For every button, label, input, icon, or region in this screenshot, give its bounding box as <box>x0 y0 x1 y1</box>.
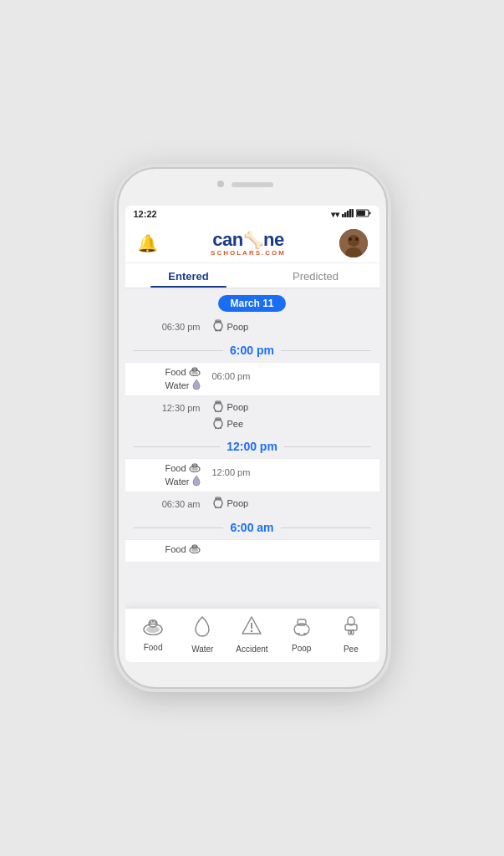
svg-rect-67 <box>351 630 354 634</box>
water-drop-icon-2 <box>192 475 201 488</box>
tab-predicted[interactable]: Predicted <box>252 263 379 288</box>
food-bowl-icon-2 <box>189 462 201 474</box>
status-bar: 12:22 ▾▾ <box>125 206 379 222</box>
date-pill: March 11 <box>218 295 285 312</box>
bell-icon[interactable]: 🔔 <box>137 233 158 253</box>
status-time: 12:22 <box>134 209 157 219</box>
food-label: Food <box>165 366 200 378</box>
nav-pee[interactable]: Pee <box>333 615 369 654</box>
water-label: Water <box>165 379 201 392</box>
toilet-icon-2 <box>212 400 224 415</box>
status-icons: ▾▾ <box>331 209 371 219</box>
water-nav-icon <box>195 615 210 642</box>
logo-container: can🦴ne SCHOLARS.COM <box>211 231 286 257</box>
svg-rect-0 <box>342 214 344 217</box>
logo-subtitle: SCHOLARS.COM <box>211 249 286 257</box>
date-badge-container: March 11 <box>125 288 379 315</box>
time-left-630am: 06:30 am <box>134 496 209 511</box>
svg-point-57 <box>251 630 252 632</box>
signal-icon <box>342 209 354 219</box>
svg-point-44 <box>191 548 198 552</box>
time-left-1230: 12:30 pm <box>134 400 209 415</box>
hour-divider-12pm: 12:00 pm <box>125 435 379 458</box>
food-water-left-12: Food <box>134 462 209 488</box>
events-right-1230: Poop Pee <box>209 400 371 431</box>
svg-point-22 <box>192 369 194 370</box>
toilet-icon <box>212 318 224 334</box>
timeline-row-1230pm: 12:30 pm Poop <box>125 396 379 435</box>
time-left: 06:30 pm <box>134 318 209 334</box>
svg-point-36 <box>192 465 194 466</box>
svg-point-48 <box>196 546 197 548</box>
event-row: Poop <box>212 318 371 334</box>
water-label-12: Water <box>165 475 201 488</box>
hour-divider-6am: 6:00 am <box>125 516 379 539</box>
poop-row: Poop <box>212 400 371 415</box>
svg-rect-1 <box>344 212 347 217</box>
food-label-12: Food <box>165 462 200 474</box>
svg-point-20 <box>191 371 198 374</box>
poop-row-am: Poop <box>212 496 371 511</box>
food-nav-label: Food <box>144 643 163 652</box>
battery-icon <box>356 209 371 219</box>
phone-frame: 12:22 ▾▾ <box>119 169 386 687</box>
water-drop-icon <box>192 379 201 392</box>
accident-nav-icon <box>242 615 262 642</box>
svg-point-9 <box>348 235 359 247</box>
poop-nav-label: Poop <box>292 644 311 653</box>
scroll-content[interactable]: March 11 06:30 pm <box>125 288 379 608</box>
svg-point-23 <box>194 368 196 369</box>
nav-poop[interactable]: Poop <box>283 616 320 653</box>
svg-point-37 <box>194 464 196 466</box>
accident-nav-label: Accident <box>236 645 267 654</box>
pee-nav-label: Pee <box>344 645 359 654</box>
right-time-6pm: 06:00 pm <box>209 366 371 381</box>
svg-rect-6 <box>369 212 370 215</box>
timeline-row: 06:30 pm <box>125 315 379 339</box>
events-right-630am: Poop <box>209 496 371 511</box>
tabs: Entered Predicted <box>125 263 379 288</box>
svg-point-38 <box>196 465 197 466</box>
svg-rect-4 <box>352 209 354 217</box>
timeline-row-food-water-12pm: Food <box>125 458 379 492</box>
wifi-icon: ▾▾ <box>331 210 339 219</box>
timeline-row-630am: 06:30 am Poop <box>125 492 379 516</box>
avatar[interactable] <box>339 229 368 257</box>
nav-food[interactable]: Food <box>135 617 171 652</box>
svg-point-47 <box>194 545 196 547</box>
svg-point-12 <box>355 237 359 241</box>
nav-water[interactable]: Water <box>184 615 221 654</box>
poop-label: Poop <box>227 322 249 332</box>
bottom-nav: Food Water Accident <box>125 608 379 662</box>
poop-nav-icon <box>293 616 311 641</box>
logo-text: can🦴ne <box>212 231 284 249</box>
svg-point-46 <box>192 546 194 548</box>
food-label-6am: Food <box>165 543 200 555</box>
timeline-row-food-water-6pm: Food <box>125 362 379 396</box>
toilet-icon-3 <box>212 416 224 431</box>
app-header: 🔔 can🦴ne SCHOLARS.COM <box>125 222 379 263</box>
water-nav-label: Water <box>191 645 213 654</box>
phone-screen: 12:22 ▾▾ <box>125 206 379 662</box>
svg-point-53 <box>152 620 155 623</box>
pee-nav-icon <box>341 615 361 642</box>
food-nav-icon <box>142 617 164 640</box>
food-bowl-icon-3 <box>189 543 201 555</box>
svg-rect-2 <box>347 211 349 217</box>
svg-point-11 <box>349 237 352 241</box>
timeline-row-food-6am: Food <box>125 539 379 563</box>
food-water-left: Food <box>134 366 209 392</box>
svg-point-52 <box>150 621 152 624</box>
svg-point-34 <box>191 467 198 471</box>
hour-divider-6pm: 6:00 pm <box>125 339 379 362</box>
toilet-icon-4 <box>212 496 224 511</box>
svg-point-24 <box>196 369 197 370</box>
nav-accident[interactable]: Accident <box>233 615 270 654</box>
tab-entered[interactable]: Entered <box>125 263 252 288</box>
svg-point-54 <box>155 621 157 624</box>
food-bowl-icon <box>189 366 201 378</box>
svg-rect-3 <box>349 209 352 217</box>
pee-row: Pee <box>212 416 371 431</box>
events-right: Poop <box>209 318 371 334</box>
svg-rect-66 <box>349 630 351 634</box>
